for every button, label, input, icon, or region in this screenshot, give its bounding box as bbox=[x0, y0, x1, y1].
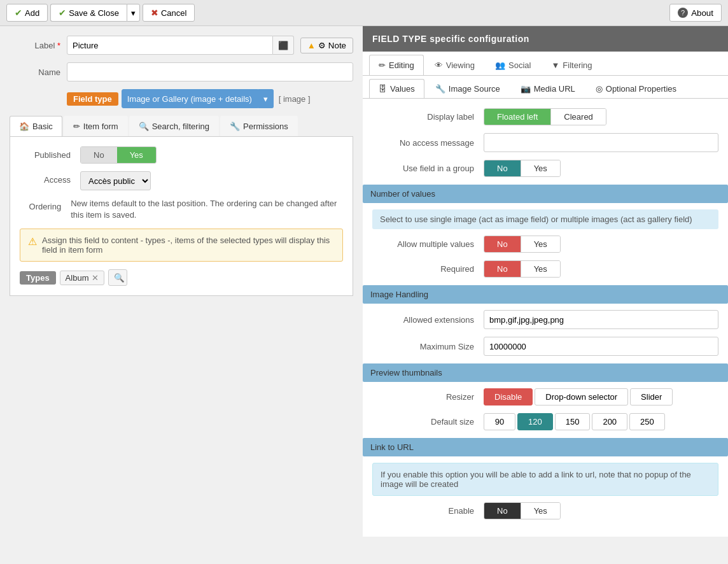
cancel-button[interactable]: ✖ Cancel bbox=[143, 4, 195, 22]
display-label-label: Display label bbox=[372, 112, 474, 122]
types-label: Types bbox=[20, 271, 56, 285]
save-close-caret[interactable]: ▾ bbox=[127, 4, 140, 22]
check-icon: ✔ bbox=[15, 8, 22, 18]
album-tag: Album ✕ bbox=[60, 271, 105, 285]
allow-multiple-row: Allow multiple values No Yes bbox=[372, 236, 718, 253]
album-tag-text: Album bbox=[66, 273, 89, 283]
resizer-disable-btn[interactable]: Disable bbox=[484, 388, 533, 405]
max-size-row: Maximum Size bbox=[372, 337, 718, 356]
sub-tab-values[interactable]: 🗄 Values bbox=[369, 79, 424, 98]
name-input[interactable] bbox=[67, 62, 353, 81]
use-field-no-btn[interactable]: No bbox=[484, 160, 521, 176]
no-access-row: No access message bbox=[372, 133, 718, 152]
display-label-control: Floated left Cleared bbox=[484, 108, 718, 125]
published-row: Published No Yes bbox=[20, 146, 343, 164]
tab-basic[interactable]: 🏠 Basic bbox=[10, 116, 62, 136]
published-no-btn[interactable]: No bbox=[81, 147, 117, 163]
allow-multiple-yes-btn[interactable]: Yes bbox=[521, 236, 560, 252]
enable-control: No Yes bbox=[484, 502, 718, 519]
cleared-btn[interactable]: Cleared bbox=[550, 109, 606, 125]
tab-item-form[interactable]: ✏ Item form bbox=[64, 116, 128, 136]
right-panel: FIELD TYPE specific configuration ✏ Edit… bbox=[363, 26, 728, 561]
edit-icon: ✏ bbox=[379, 60, 386, 70]
access-select[interactable]: Accès public bbox=[80, 171, 151, 190]
tag-search-btn[interactable]: 🔍 bbox=[108, 269, 127, 286]
config-content: Display label Floated left Cleared No ac… bbox=[363, 99, 728, 537]
size-90-btn[interactable]: 90 bbox=[484, 413, 515, 430]
right-panel-header: FIELD TYPE specific configuration bbox=[363, 26, 728, 52]
label-field-label: Label * bbox=[10, 41, 60, 50]
save-close-button[interactable]: ✔ Save & Close bbox=[50, 4, 127, 22]
left-tabs-row: 🏠 Basic ✏ Item form 🔍 Search, filtering … bbox=[10, 116, 353, 137]
home-icon: 🏠 bbox=[19, 122, 29, 131]
sub-tab-optional-properties[interactable]: ◎ Optional Properties bbox=[586, 79, 686, 98]
warning-box: ⚠ Assign this field to content - types -… bbox=[20, 229, 343, 262]
sub-tab-image-source[interactable]: 🔧 Image Source bbox=[426, 79, 510, 98]
allowed-ext-input[interactable] bbox=[484, 310, 718, 329]
required-yes-btn[interactable]: Yes bbox=[521, 261, 560, 277]
size-250-btn[interactable]: 250 bbox=[629, 413, 665, 430]
label-addon-btn[interactable]: ⬛ bbox=[273, 36, 294, 55]
warning-text: Assign this field to content - types -, … bbox=[42, 236, 335, 255]
label-input[interactable] bbox=[67, 36, 273, 55]
required-label: Required bbox=[372, 264, 474, 274]
ordering-label: Ordering bbox=[20, 198, 61, 211]
name-field-label: Name bbox=[10, 67, 60, 77]
allowed-ext-label: Allowed extensions bbox=[372, 315, 474, 325]
resizer-slider-btn[interactable]: Slider bbox=[630, 388, 673, 405]
sub-tabs: 🗄 Values 🔧 Image Source 📷 Media URL ◎ Op… bbox=[363, 76, 728, 99]
field-type-badge: Field type bbox=[67, 92, 118, 106]
right-tab-viewing[interactable]: 👁 Viewing bbox=[425, 55, 484, 75]
default-size-label: Default size bbox=[372, 417, 474, 427]
toolbar: ✔ Add ✔ Save & Close ▾ ✖ Cancel ? About bbox=[0, 0, 728, 26]
gear-icon: ⚙ bbox=[318, 41, 326, 50]
eye-icon: 👁 bbox=[435, 60, 443, 70]
about-button[interactable]: ? About bbox=[669, 4, 722, 22]
enable-no-btn[interactable]: No bbox=[484, 503, 521, 519]
resizer-control: Disable Drop-down selector Slider bbox=[484, 388, 718, 405]
cancel-label: Cancel bbox=[161, 8, 186, 18]
resizer-row: Resizer Disable Drop-down selector Slide… bbox=[372, 388, 718, 405]
required-no-btn[interactable]: No bbox=[484, 261, 521, 277]
note-button[interactable]: ▲ ⚙ Note bbox=[300, 38, 353, 53]
tab-permissions[interactable]: 🔧 Permissions bbox=[220, 116, 298, 136]
size-200-btn[interactable]: 200 bbox=[592, 413, 627, 430]
album-tag-remove[interactable]: ✕ bbox=[92, 273, 99, 283]
sub-tab-media-url[interactable]: 📷 Media URL bbox=[511, 79, 585, 98]
note-label: Note bbox=[328, 41, 346, 50]
max-size-control bbox=[484, 337, 718, 356]
access-label: Access bbox=[20, 171, 71, 185]
default-size-row: Default size 90 120 150 200 250 bbox=[372, 413, 718, 430]
right-tab-filtering[interactable]: ▼ Filtering bbox=[542, 55, 601, 75]
field-type-row: Field type Image or Gallery (image + det… bbox=[10, 89, 353, 108]
floated-left-btn[interactable]: Floated left bbox=[484, 109, 550, 125]
right-tab-editing[interactable]: ✏ Editing bbox=[369, 55, 424, 75]
use-field-toggle: No Yes bbox=[484, 160, 561, 177]
field-type-select[interactable]: Image or Gallery (image + details) bbox=[122, 89, 258, 108]
resizer-dropdown-btn[interactable]: Drop-down selector bbox=[535, 388, 628, 405]
save-close-label: Save & Close bbox=[69, 8, 119, 18]
published-yes-btn[interactable]: Yes bbox=[117, 147, 156, 163]
left-panel: Label * ⬛ ▲ ⚙ Note Name bbox=[0, 26, 363, 561]
no-access-input[interactable] bbox=[484, 133, 718, 152]
use-field-yes-btn[interactable]: Yes bbox=[521, 160, 560, 176]
field-type-select-group: Image or Gallery (image + details) ▾ bbox=[122, 89, 274, 108]
allow-multiple-no-btn[interactable]: No bbox=[484, 236, 521, 252]
no-access-control bbox=[484, 133, 718, 152]
tab-search-filtering[interactable]: 🔍 Search, filtering bbox=[129, 116, 219, 136]
tab-content-basic: Published No Yes Access Accès public Ord… bbox=[10, 137, 353, 296]
add-button[interactable]: ✔ Add bbox=[6, 4, 48, 22]
right-tab-social[interactable]: 👥 Social bbox=[486, 55, 540, 75]
size-150-btn[interactable]: 150 bbox=[555, 413, 591, 430]
size-group: 90 120 150 200 250 bbox=[484, 413, 718, 430]
size-120-btn[interactable]: 120 bbox=[517, 413, 553, 430]
enable-yes-btn[interactable]: Yes bbox=[521, 503, 560, 519]
field-type-caret[interactable]: ▾ bbox=[258, 89, 274, 108]
types-row: Types Album ✕ 🔍 bbox=[20, 269, 343, 286]
wrench-sub-icon: 🔧 bbox=[435, 84, 445, 94]
published-label: Published bbox=[20, 146, 71, 160]
warning-icon: ⚠ bbox=[28, 236, 37, 248]
max-size-input[interactable] bbox=[484, 337, 718, 356]
allowed-ext-control bbox=[484, 310, 718, 329]
about-label: About bbox=[691, 8, 713, 18]
